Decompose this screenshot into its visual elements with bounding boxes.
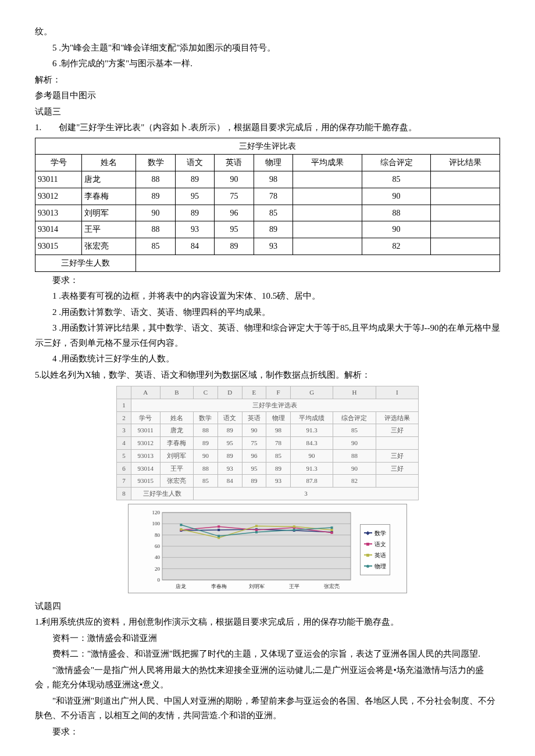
svg-rect-21 bbox=[217, 529, 220, 531]
req-1: 1 .表格要有可视的边框，并将表中的内容设置为宋体、10.5磅、居中。 bbox=[35, 289, 500, 304]
svg-text:唐龙: 唐龙 bbox=[176, 583, 186, 589]
svg-text:20: 20 bbox=[155, 565, 160, 571]
svg-text:40: 40 bbox=[155, 554, 160, 560]
reference-label: 参考题目中图示 bbox=[35, 88, 500, 103]
svg-text:李春梅: 李春梅 bbox=[211, 583, 227, 589]
material-4: "和谐亚洲"则道出广州人民、中国人对亚洲的期盼，希望前来参与亚运会的各国、各地区… bbox=[35, 694, 500, 723]
svg-text:100: 100 bbox=[152, 521, 160, 526]
material-3: "激情盛会"一是指广州人民将用最大的热忱来迎接全亚洲的运动健儿;二是广州亚运会将… bbox=[35, 663, 500, 693]
requirements-label-q4: 要求： bbox=[35, 725, 500, 740]
analysis-label: 解析： bbox=[35, 73, 500, 88]
material-2: 费料二："激情盛会、和谐亚洲"既把握了时代的主题，又体现了亚运会的宗旨，表达了亚… bbox=[35, 647, 500, 662]
table-row: 93012 李春梅 89 95 75 78 90 bbox=[35, 188, 500, 205]
question-3-title: 试题三 bbox=[35, 105, 500, 120]
svg-rect-34 bbox=[331, 529, 333, 531]
material-1: 资料一：激情盛会和谐亚洲 bbox=[35, 631, 500, 646]
req-5: 5.以姓名列为X轴，数学、英语、语文和物理列为数据区域，制作数据点折线图。解析： bbox=[35, 368, 500, 383]
svg-rect-32 bbox=[255, 525, 258, 527]
svg-rect-37 bbox=[255, 531, 258, 533]
table-row: 93013 刘明军 90 89 96 85 88 bbox=[35, 205, 500, 221]
svg-text:0: 0 bbox=[158, 577, 160, 583]
list-item-6: 6 .制作完成的"方案"与图示基本一样. bbox=[35, 56, 500, 71]
svg-rect-33 bbox=[293, 525, 295, 528]
svg-rect-35 bbox=[180, 524, 182, 526]
svg-text:刘明军: 刘明军 bbox=[249, 583, 265, 589]
line-chart: 020406080100120唐龙李春梅刘明军王平张宏亮 数学 语文 英语 物理 bbox=[128, 504, 407, 593]
svg-rect-26 bbox=[217, 525, 220, 528]
req-3: 3 .用函数计算评比结果，其中数学、语文、英语、物理和综合评定大于等于85,且平… bbox=[35, 321, 500, 350]
chart-legend: 数学 语文 英语 物理 bbox=[360, 524, 390, 575]
text-line: 纹。 bbox=[35, 24, 500, 40]
svg-rect-29 bbox=[331, 531, 333, 533]
table-header-row: 学号 姓名 数学 语文 英语 物理 平均成果 综合评定 评比结果 bbox=[35, 155, 500, 171]
question-3-prompt: 1. 创建"三好学生评比表"（内容如卜.表所示），根据题目要求完成后，用的保存功… bbox=[35, 120, 500, 135]
svg-text:120: 120 bbox=[152, 510, 160, 515]
chart-plot-area: 020406080100120唐龙李春梅刘明军王平张宏亮 bbox=[145, 509, 354, 590]
svg-text:60: 60 bbox=[155, 543, 160, 549]
svg-text:王平: 王平 bbox=[289, 583, 299, 589]
requirements-label: 要求： bbox=[35, 273, 500, 288]
svg-rect-38 bbox=[293, 529, 295, 531]
svg-text:张宏亮: 张宏亮 bbox=[324, 583, 340, 589]
svg-rect-27 bbox=[255, 529, 258, 531]
table-row: 93011 唐龙 88 89 90 98 85 bbox=[35, 171, 500, 188]
table-count-row: 三好学生人数 bbox=[35, 255, 500, 272]
legend-marker-icon bbox=[364, 554, 372, 556]
question-4-title: 试题四 bbox=[35, 599, 500, 614]
spreadsheet-result: A B C D E F G H I 1三好学生评选表 2 学号 姓名 数学 语文… bbox=[116, 386, 419, 500]
svg-rect-30 bbox=[180, 528, 182, 531]
table-title: 三好学生评比表 bbox=[35, 138, 500, 155]
svg-rect-36 bbox=[217, 535, 220, 537]
legend-marker-icon bbox=[364, 543, 372, 544]
student-eval-table: 三好学生评比表 学号 姓名 数学 语文 英语 物理 平均成果 综合评定 评比结果… bbox=[35, 138, 500, 272]
svg-rect-39 bbox=[331, 526, 333, 529]
chart-svg: 020406080100120唐龙李春梅刘明军王平张宏亮 bbox=[145, 509, 354, 590]
table-row: 93015 张宏亮 85 84 89 93 82 bbox=[35, 238, 500, 255]
table-row: 93014 王平 88 93 95 89 90 bbox=[35, 221, 500, 238]
result-table: A B C D E F G H I 1三好学生评选表 2 学号 姓名 数学 语文… bbox=[116, 386, 419, 500]
list-item-5: 5 .为"峰会主题"和"峰会详细支配"添加如图示的项目符号。 bbox=[35, 41, 500, 56]
req-4: 4 .用函数统计三好学生的人数。 bbox=[35, 352, 500, 367]
svg-text:80: 80 bbox=[155, 532, 160, 538]
legend-marker-icon bbox=[364, 565, 372, 567]
legend-marker-icon bbox=[364, 532, 372, 533]
req-2: 2 .用函数计算数学、语文、英语、物理四科的平均成果。 bbox=[35, 305, 500, 320]
question-4-prompt: 1.利用系统供应的资料，用创意制作演示文稿，根据题目要求完成后，用的保存功能干脆… bbox=[35, 615, 500, 630]
